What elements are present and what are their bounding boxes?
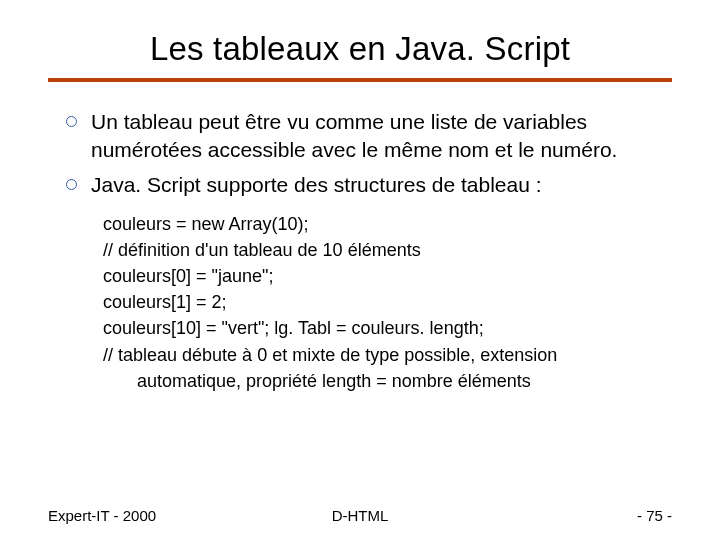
- code-example: couleurs = new Array(10); // définition …: [103, 211, 672, 394]
- code-line: // définition d'un tableau de 10 élément…: [103, 237, 672, 263]
- footer-page-number: - 75 -: [637, 507, 672, 524]
- slide: Les tableaux en Java. Script Un tableau …: [0, 0, 720, 540]
- bullet-text: Java. Script supporte des structures de …: [91, 171, 542, 199]
- slide-title: Les tableaux en Java. Script: [48, 30, 672, 68]
- code-line: // tableau débute à 0 et mixte de type p…: [103, 342, 672, 368]
- footer-left: Expert-IT - 2000: [48, 507, 156, 524]
- code-line: couleurs[1] = 2;: [103, 289, 672, 315]
- list-item: Un tableau peut être vu comme une liste …: [66, 108, 672, 165]
- code-line: automatique, propriété length = nombre é…: [103, 368, 672, 394]
- code-line: couleurs[10] = "vert"; lg. Tabl = couleu…: [103, 315, 672, 341]
- footer-center: D-HTML: [332, 507, 389, 524]
- code-line: couleurs = new Array(10);: [103, 211, 672, 237]
- bullet-list: Un tableau peut être vu comme une liste …: [48, 108, 672, 199]
- circle-bullet-icon: [66, 116, 77, 127]
- list-item: Java. Script supporte des structures de …: [66, 171, 672, 199]
- circle-bullet-icon: [66, 179, 77, 190]
- bullet-text: Un tableau peut être vu comme une liste …: [91, 108, 672, 165]
- title-divider: [48, 78, 672, 82]
- code-line: couleurs[0] = "jaune";: [103, 263, 672, 289]
- slide-footer: Expert-IT - 2000 D-HTML - 75 -: [48, 507, 672, 524]
